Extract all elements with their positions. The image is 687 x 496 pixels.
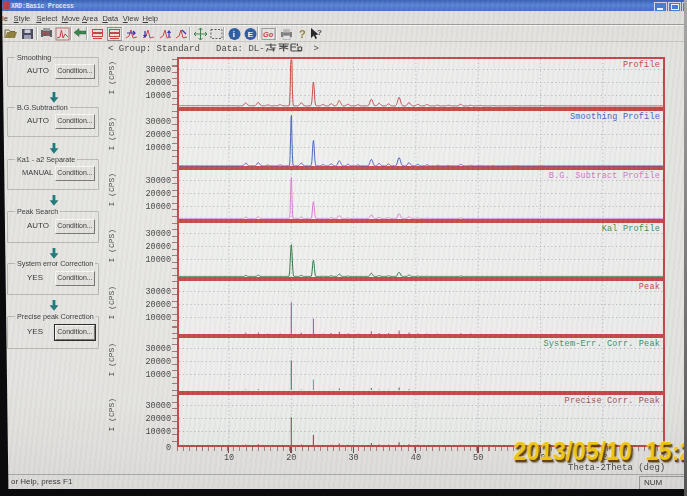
svg-text:TG: TG bbox=[42, 31, 49, 37]
svg-text:Go: Go bbox=[263, 30, 274, 39]
svg-text:?: ? bbox=[299, 28, 306, 40]
svg-text:E: E bbox=[248, 30, 254, 39]
svg-text:?: ? bbox=[317, 28, 322, 37]
